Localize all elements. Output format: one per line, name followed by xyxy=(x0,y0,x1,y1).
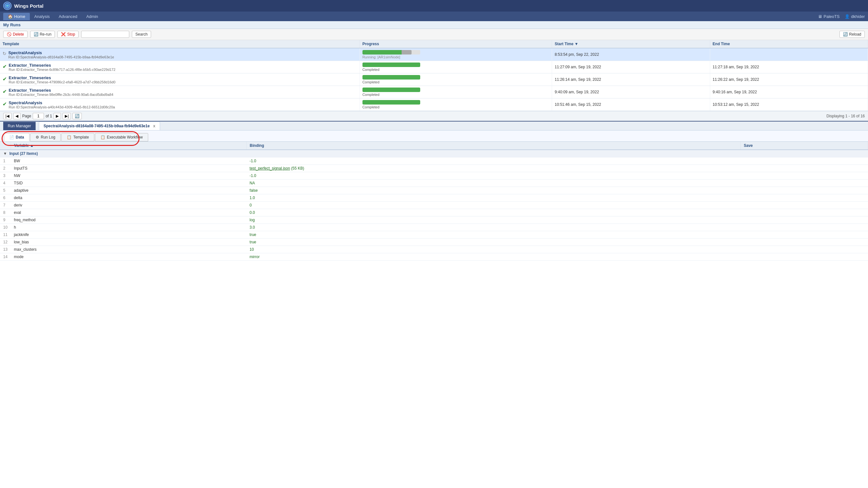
status-running-icon: ↻ xyxy=(3,51,6,56)
page-label: Page xyxy=(22,114,31,118)
toolbar-right: 🔄 Reload xyxy=(839,31,865,38)
row-number: 4 xyxy=(0,180,10,187)
table-row[interactable]: ↻ SpectralAnalysis Run ID:SpectralAnalys… xyxy=(0,48,868,61)
binding-cell: false xyxy=(246,187,740,194)
page-last-btn[interactable]: ▶| xyxy=(63,113,71,119)
nav-advanced[interactable]: Advanced xyxy=(54,13,82,20)
run-starttime-cell: 10:51:46 am, Sep 15, 2022 xyxy=(552,98,710,111)
app-logo: Wings Portal xyxy=(3,2,43,10)
toolbar: 🚫 Delete 🔄 Re-run ❌ Stop Search 🔄 Reload xyxy=(0,29,868,40)
page-first-btn[interactable]: |◀ xyxy=(3,113,11,119)
variable-cell: adaptive xyxy=(10,187,246,194)
row-number: 8 xyxy=(0,209,10,217)
binding-value: 0.0 xyxy=(250,210,255,215)
nav-home-label: Home xyxy=(14,14,25,19)
row-number: 9 xyxy=(0,217,10,224)
col-binding: Binding xyxy=(246,142,740,150)
page-input[interactable] xyxy=(33,113,44,119)
row-number: 2 xyxy=(0,165,10,172)
tab-close-icon[interactable]: x xyxy=(153,124,156,128)
binding-value: NA xyxy=(250,181,255,185)
monitor-icon: 🖥 xyxy=(818,14,822,19)
status-completed-icon: ✔ xyxy=(3,64,7,69)
search-input[interactable] xyxy=(81,31,129,38)
run-endtime-cell: 9:40:16 am, Sep 19, 2022 xyxy=(710,86,868,98)
delete-button[interactable]: 🚫 Delete xyxy=(3,31,28,38)
tab-data[interactable]: 📄 Data xyxy=(4,133,30,141)
progress-status: Completed xyxy=(363,105,420,109)
search-button[interactable]: Search xyxy=(132,31,151,38)
collapse-icon[interactable]: ▼ xyxy=(3,151,7,156)
page-next-btn[interactable]: ▶ xyxy=(54,113,61,119)
col-endtime: End Time xyxy=(710,40,868,48)
col-progress: Progress xyxy=(360,40,552,48)
run-progress-cell: Running: [AR1simNode] xyxy=(360,48,552,61)
list-item: 11 jackknife true xyxy=(0,231,868,238)
row-number: 13 xyxy=(0,246,10,253)
run-id: Run ID:SpectralAnalysis-d8164a08-7495-41… xyxy=(8,55,114,59)
logo-icon xyxy=(3,2,11,10)
run-template-cell: ✔ SpectralAnalysis Run ID:SpectralAnalys… xyxy=(0,98,360,111)
row-number: 7 xyxy=(0,202,10,209)
table-row[interactable]: ✔ Extractor_Timeseries Run ID:Extractor_… xyxy=(0,61,868,73)
binding-cell: 0.0 xyxy=(246,209,740,217)
nav-paleots[interactable]: 🖥 PaleoTS xyxy=(818,14,839,19)
binding-cell: 1.0 xyxy=(246,194,740,202)
binding-value: true xyxy=(250,240,256,244)
run-starttime-cell: 11:27:09 am, Sep 19, 2022 xyxy=(552,61,710,73)
binding-cell: 0 xyxy=(246,202,740,209)
run-progress-cell: Completed xyxy=(360,86,552,98)
row-number: 14 xyxy=(0,253,10,261)
active-run-tab[interactable]: SpectralAnalysis-d8164a08-7495-415b-b9aa… xyxy=(39,122,160,130)
table-row[interactable]: ✔ SpectralAnalysis Run ID:SpectralAnalys… xyxy=(0,98,868,111)
save-cell xyxy=(740,209,868,217)
binding-value: true xyxy=(250,232,256,237)
reload-button[interactable]: 🔄 Reload xyxy=(839,31,865,38)
variable-cell: eval xyxy=(10,209,246,217)
group-header-input: ▼ Input (27 Items) xyxy=(0,150,868,157)
tab-runlog[interactable]: ⚙ Run Log xyxy=(30,133,61,141)
template-name: Extractor_Timeseries xyxy=(9,75,116,80)
page-prev-btn[interactable]: ◀ xyxy=(13,113,21,119)
data-icon: 📄 xyxy=(9,135,14,139)
list-item: 8 eval 0.0 xyxy=(0,209,868,217)
tab-executable-workflow[interactable]: 📋 Executable Workflow xyxy=(95,133,148,141)
binding-value: -1.0 xyxy=(250,173,256,178)
status-completed-icon: ✔ xyxy=(3,89,7,94)
table-row[interactable]: ✔ Extractor_Timeseries Run ID:Extractor_… xyxy=(0,73,868,86)
variable-cell: low_bias xyxy=(10,238,246,246)
progress-status: Completed xyxy=(363,80,420,84)
binding-cell: NA xyxy=(246,180,740,187)
nav-analysis[interactable]: Analysis xyxy=(30,13,54,20)
binding-cell: true xyxy=(246,238,740,246)
user-icon: 👤 xyxy=(845,14,850,19)
nav-user-label: dkhider xyxy=(851,14,865,19)
run-id: Run ID:Extractor_Timese-479086c2-efa8-46… xyxy=(9,80,116,84)
variable-cell: TSID xyxy=(10,180,246,187)
group-header-cell: ▼ Input (27 Items) xyxy=(0,150,868,157)
nav-home[interactable]: 🏠 Home xyxy=(3,13,30,20)
variable-cell: delta xyxy=(10,194,246,202)
row-number: 11 xyxy=(0,231,10,238)
variable-cell: InputTS xyxy=(10,165,246,172)
stop-button[interactable]: ❌ Stop xyxy=(57,31,79,38)
pagination-display: Displaying 1 - 16 of 16 xyxy=(827,114,865,118)
rerun-button[interactable]: 🔄 Re-run xyxy=(30,31,55,38)
run-endtime-cell: 11:26:22 am, Sep 19, 2022 xyxy=(710,73,868,86)
tab-template[interactable]: 📋 Template xyxy=(61,133,94,141)
variable-cell: mode xyxy=(10,253,246,261)
binding-cell: 3.0 xyxy=(246,224,740,231)
binding-cell: -1.0 xyxy=(246,172,740,180)
col-starttime: Start Time ▼ xyxy=(552,40,710,48)
row-number: 3 xyxy=(0,172,10,180)
col-template: Template xyxy=(0,40,360,48)
save-cell xyxy=(740,187,868,194)
reload-icon: 🔄 xyxy=(843,32,848,37)
save-cell xyxy=(740,172,868,180)
nav-admin[interactable]: Admin xyxy=(82,13,103,20)
nav-user[interactable]: 👤 dkhider xyxy=(845,14,865,19)
binding-link[interactable]: test_perfect_signal.json xyxy=(250,166,290,170)
list-item: 5 adaptive false xyxy=(0,187,868,194)
page-refresh-btn[interactable]: 🔄 xyxy=(72,113,82,119)
table-row[interactable]: ✔ Extractor_Timeseries Run ID:Extractor_… xyxy=(0,86,868,98)
